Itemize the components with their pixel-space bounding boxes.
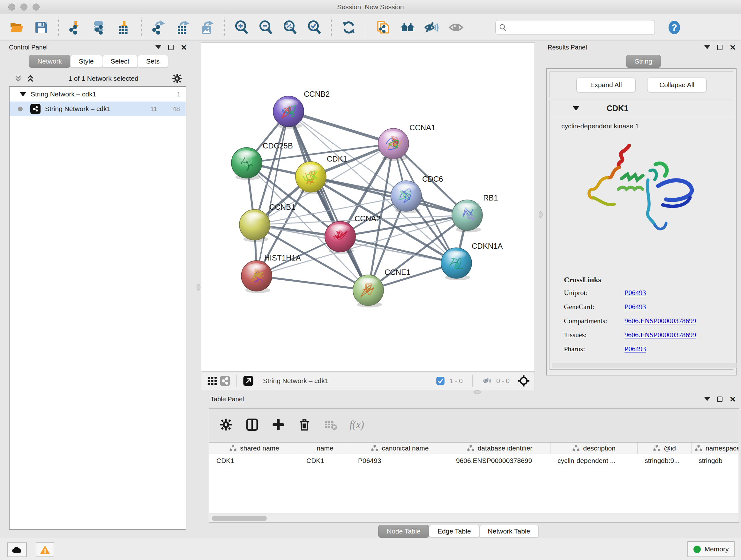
help-icon: ? (667, 20, 682, 35)
right-splitter-handle[interactable] (539, 211, 542, 218)
tab-style[interactable]: Style (70, 55, 103, 68)
import-database-icon[interactable] (92, 19, 108, 36)
zoom-window-button[interactable] (32, 3, 40, 10)
clone-network-icon[interactable] (375, 19, 391, 36)
window-controls[interactable] (8, 3, 40, 10)
table-cell[interactable]: CDK1 (299, 454, 351, 467)
table-gear-icon[interactable] (219, 417, 233, 432)
panel-float-icon[interactable] (168, 45, 174, 50)
fit-content-crosshair-icon[interactable] (517, 374, 530, 387)
export-network-icon[interactable] (151, 19, 166, 36)
table-cell[interactable]: stringdb (691, 454, 738, 467)
table-row[interactable]: CDK1CDK1P064939606.ENSP00000378699cyclin… (209, 454, 738, 467)
table-cell[interactable]: P06493 (351, 454, 449, 467)
crosslink-link[interactable]: P06493 (624, 289, 646, 297)
cloud-status-button[interactable] (7, 543, 27, 557)
network-node-cdkn1a[interactable]: CDKN1A (441, 242, 502, 280)
column-header-canonical-name[interactable]: canonical name (351, 442, 449, 454)
birds-eye-view-icon[interactable] (206, 374, 219, 387)
search-icon (499, 23, 507, 32)
zoom-out-icon[interactable] (258, 19, 274, 36)
export-image-icon[interactable] (199, 19, 215, 36)
string-network-graph[interactable]: CCNB2CCNA1CDC25BCDK1CDC6RB1CCNB1CCNA2CDK… (201, 43, 535, 371)
warning-button[interactable] (36, 543, 54, 557)
column-header-description[interactable]: description (550, 442, 637, 454)
network-row-selected[interactable]: String Network – cdk1 11 48 (10, 102, 186, 116)
hidden-eye-icon[interactable] (482, 376, 492, 386)
table-header-row[interactable]: shared namename canonical name database … (209, 442, 738, 454)
crosslink-link[interactable]: 9606.ENSP00000378699 (624, 331, 696, 339)
tab-sets[interactable]: Sets (138, 55, 168, 68)
save-session-icon[interactable] (33, 19, 49, 36)
panel-float-icon[interactable] (717, 45, 723, 50)
gene-collapse-caret-icon[interactable] (573, 106, 579, 111)
table-cell[interactable]: cyclin-dependent ... (550, 454, 637, 467)
import-table-icon[interactable] (116, 19, 132, 36)
close-window-button[interactable] (8, 3, 15, 10)
crosslink-link[interactable]: 9606.ENSP00000378699 (624, 317, 696, 325)
zoom-fit-icon[interactable] (282, 19, 298, 36)
hide-selected-icon[interactable] (424, 19, 440, 36)
panel-collapse-icon[interactable] (704, 397, 710, 401)
zoom-selected-icon[interactable] (307, 19, 322, 36)
table-cell[interactable]: stringdb:9... (637, 454, 691, 467)
network-node-cdk1[interactable]: CDK1 (295, 154, 347, 194)
tab-edge-table[interactable]: Edge Table (429, 525, 480, 538)
panel-float-icon[interactable] (717, 396, 723, 402)
show-all-icon[interactable] (448, 19, 464, 36)
column-header-name[interactable]: name (299, 442, 351, 454)
crosslink-link[interactable]: P06493 (624, 345, 646, 353)
tree-expand-caret-icon[interactable] (20, 92, 26, 97)
collapse-all-icon[interactable] (13, 74, 23, 83)
network-edge[interactable] (288, 111, 394, 144)
add-column-icon[interactable] (271, 417, 286, 432)
tab-network-table[interactable]: Network Table (479, 525, 539, 538)
delete-column-icon[interactable] (297, 417, 312, 432)
tab-node-table[interactable]: Node Table (378, 525, 429, 538)
network-edge[interactable] (257, 111, 288, 276)
first-neighbors-icon[interactable] (400, 19, 415, 36)
open-file-icon[interactable] (9, 19, 25, 36)
selected-checkbox-icon[interactable] (436, 376, 445, 385)
column-header--id[interactable]: @id (637, 442, 691, 454)
tab-string[interactable]: String (626, 55, 661, 68)
search-input[interactable] (510, 23, 651, 31)
export-table-icon[interactable] (175, 19, 191, 36)
help-button[interactable]: ? (666, 19, 682, 36)
expand-all-button[interactable]: Expand All (576, 78, 636, 92)
network-edge[interactable] (257, 276, 368, 290)
collapse-all-button[interactable]: Collapse All (647, 78, 706, 92)
node-table[interactable]: shared namename canonical name database … (209, 442, 738, 513)
table-cell[interactable]: CDK1 (209, 454, 299, 467)
panel-collapse-icon[interactable] (704, 45, 710, 49)
import-network-icon[interactable] (68, 19, 84, 36)
minimize-window-button[interactable] (20, 3, 27, 10)
network-share-icon[interactable] (219, 374, 231, 387)
network-node-hist1h1a[interactable]: HIST1H1A (241, 253, 301, 293)
panel-close-icon[interactable]: ✕ (730, 396, 736, 402)
table-horizontal-scrollbar[interactable] (209, 514, 738, 522)
network-node-rb1[interactable]: RB1 (452, 193, 498, 233)
show-columns-icon[interactable] (245, 417, 259, 432)
column-header-namespace[interactable]: namespace (691, 442, 738, 454)
column-header-shared-name[interactable]: shared name (209, 442, 299, 454)
table-cell[interactable]: 9606.ENSP00000378699 (449, 454, 550, 467)
scrollbar-thumb[interactable] (212, 516, 267, 521)
panel-close-icon[interactable]: ✕ (730, 45, 736, 50)
panel-collapse-icon[interactable] (155, 45, 161, 49)
tab-select[interactable]: Select (102, 55, 138, 68)
zoom-in-icon[interactable] (233, 19, 250, 36)
search-box[interactable] (495, 20, 655, 35)
tab-network[interactable]: Network (29, 55, 71, 68)
open-in-window-icon[interactable] (242, 374, 255, 387)
network-canvas[interactable]: CCNB2CCNA1CDC25BCDK1CDC6RB1CCNB1CCNA2CDK… (201, 43, 535, 371)
gear-icon[interactable] (172, 73, 183, 84)
network-collection-row[interactable]: String Network – cdk1 1 (10, 87, 186, 102)
crosslink-link[interactable]: P06493 (624, 303, 646, 311)
memory-button[interactable]: Memory (687, 541, 735, 557)
column-header-database-identifier[interactable]: database identifier (449, 442, 550, 454)
expand-all-icon[interactable] (25, 74, 35, 83)
panel-close-icon[interactable]: ✕ (181, 45, 187, 50)
left-splitter-handle[interactable] (197, 284, 200, 291)
refresh-icon[interactable] (341, 19, 357, 36)
